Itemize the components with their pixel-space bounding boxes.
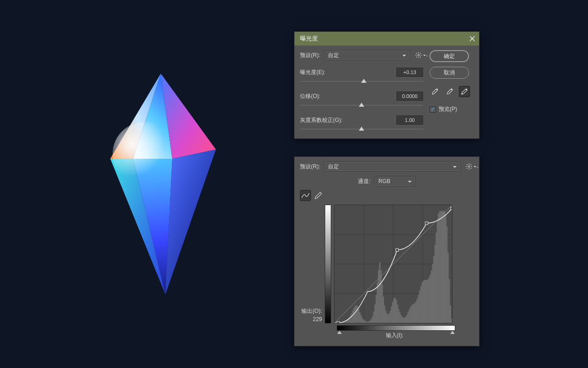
svg-point-8 (418, 54, 419, 56)
svg-rect-133 (451, 318, 452, 323)
exposure-value-input[interactable]: +0.13 (396, 68, 423, 77)
curves-panel: 预设(R): 自定 通道: RGB (294, 156, 480, 346)
offset-label: 位移(O): (300, 92, 321, 100)
exposure-title: 曝光度 (300, 34, 318, 43)
input-label: 输入(I): (386, 332, 404, 339)
white-point-thumb[interactable] (450, 331, 455, 334)
gamma-slider-group: 灰度系数校正(G): 1.00 (300, 115, 423, 132)
ok-button[interactable]: 确定 (430, 50, 469, 62)
output-label: 输出(O): (301, 307, 322, 315)
svg-line-16 (420, 53, 421, 54)
curves-graph[interactable] (334, 205, 452, 323)
exposure-slider-group: 曝光度(E): +0.13 (300, 68, 423, 84)
preview-label: 预览(P) (439, 105, 457, 113)
eyedropper-icon (431, 88, 439, 95)
svg-line-26 (467, 168, 468, 169)
eyedropper-icon (446, 88, 453, 95)
black-point-thumb[interactable] (337, 331, 342, 334)
pencil-icon (315, 192, 322, 199)
offset-slider-group: 位移(O): 0.0000 (300, 92, 423, 108)
input-gradient[interactable] (337, 325, 455, 331)
svg-line-13 (416, 53, 417, 54)
slider-thumb[interactable] (359, 126, 364, 131)
curve-draw-tool[interactable] (313, 190, 324, 201)
exposure-label: 曝光度(E): (300, 69, 325, 76)
cancel-button[interactable]: 取消 (430, 67, 469, 79)
crystal-illustration (108, 74, 223, 304)
eyedropper-icon (461, 88, 468, 95)
exposure-slider[interactable] (300, 78, 423, 84)
output-value: 229 (313, 316, 322, 322)
curve-icon (301, 192, 310, 199)
svg-line-15 (416, 57, 417, 58)
gear-icon (415, 52, 422, 58)
preview-checkbox[interactable] (430, 106, 436, 113)
svg-point-7 (113, 122, 177, 186)
curves-preset-label: 预设(R): (300, 163, 320, 171)
svg-line-27 (470, 164, 471, 165)
svg-line-14 (420, 57, 421, 58)
offset-slider[interactable] (300, 102, 423, 108)
gray-point-eyedropper[interactable] (444, 86, 455, 97)
offset-value-input[interactable]: 0.0000 (396, 92, 423, 101)
slider-thumb[interactable] (361, 79, 367, 83)
svg-point-17 (447, 93, 448, 95)
svg-line-24 (467, 164, 468, 165)
channel-label: 通道: (358, 178, 370, 185)
svg-rect-135 (337, 322, 339, 323)
exposure-dialog: 曝光度 预设(R): 自定 曝光度(E): +0.13 (294, 31, 480, 139)
output-gradient (325, 205, 331, 323)
gamma-label: 灰度系数校正(G): (300, 116, 343, 124)
svg-rect-136 (396, 248, 399, 251)
white-point-eyedropper[interactable] (459, 86, 470, 97)
gamma-value-input[interactable]: 1.00 (396, 115, 423, 125)
svg-point-19 (468, 166, 470, 167)
curves-preset-select[interactable]: 自定 (324, 161, 461, 172)
preset-label: 预设(R): (300, 52, 320, 59)
svg-line-25 (470, 168, 471, 169)
svg-rect-137 (425, 222, 428, 224)
gear-icon (466, 163, 472, 170)
preset-select[interactable]: 自定 (324, 50, 410, 60)
preset-options-button[interactable] (414, 51, 423, 60)
gamma-slider[interactable] (300, 126, 423, 132)
curve-point-tool[interactable] (300, 190, 311, 201)
curves-options-button[interactable] (464, 162, 474, 171)
slider-thumb[interactable] (359, 103, 364, 107)
svg-point-18 (462, 93, 463, 95)
close-icon[interactable] (469, 35, 475, 42)
channel-select[interactable]: RGB (374, 176, 416, 186)
black-point-eyedropper[interactable] (430, 86, 441, 97)
svg-rect-138 (451, 207, 452, 210)
exposure-titlebar[interactable]: 曝光度 (294, 32, 479, 46)
